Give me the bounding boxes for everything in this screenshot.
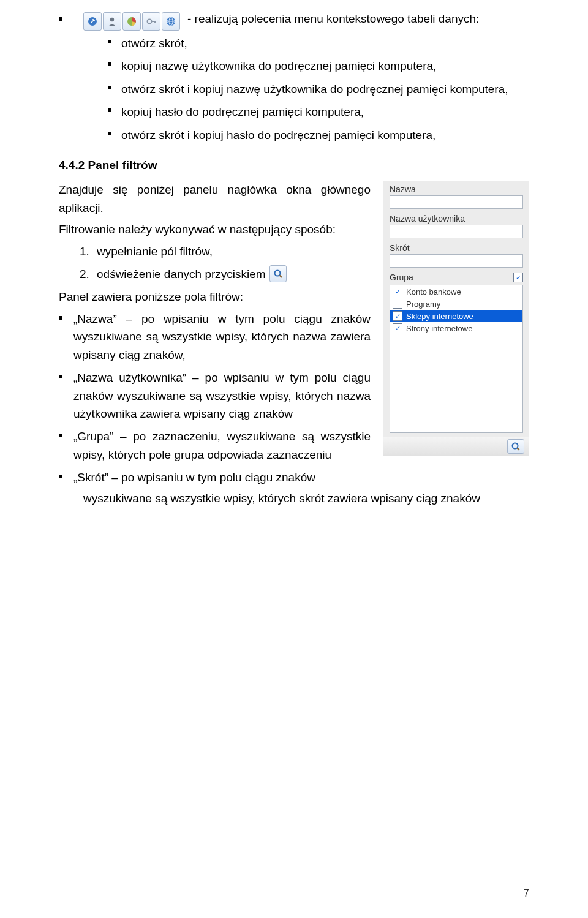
checkbox-grupa-master[interactable]: ✓ (513, 273, 523, 282)
piechart-icon[interactable] (123, 12, 141, 31)
input-nazwa[interactable] (390, 195, 523, 209)
group-label: Sklepy internetowe (406, 312, 473, 321)
svg-point-3 (148, 20, 152, 24)
section-heading: 4.4.2 Panel filtrów (59, 159, 529, 172)
bullet (59, 375, 62, 378)
list-item: kopiuj nazwę użytkownika do podręcznej p… (121, 57, 436, 75)
bullet (59, 17, 62, 21)
bullet (108, 108, 111, 112)
bullet (108, 132, 111, 135)
filter-bullets: „Nazwa” – po wpisaniu w tym polu ciągu z… (59, 310, 371, 487)
checkbox-icon[interactable]: ✓ (393, 311, 402, 321)
key-icon[interactable] (142, 12, 160, 31)
bullet (108, 62, 111, 66)
user-icon[interactable] (103, 12, 121, 31)
bullet (59, 434, 62, 437)
step-text: wypełnianie pól filtrów, (97, 243, 213, 260)
group-label: Strony internetowe (406, 324, 472, 333)
bullet (108, 86, 111, 89)
bullet (59, 316, 62, 320)
step-number: 2. (80, 265, 97, 283)
list-item: otwórz skrót i kopiuj hasło do podręczne… (121, 126, 435, 144)
steps-list: 1.wypełnianie pól filtrów, 2. odświeżeni… (80, 243, 371, 284)
step-number: 1. (80, 243, 97, 260)
svg-point-8 (274, 270, 280, 276)
globe-icon[interactable] (162, 12, 180, 31)
label-skrot: Skrót (390, 243, 523, 253)
group-item[interactable]: Programy (390, 298, 522, 310)
page-number: 7 (524, 887, 529, 900)
bullet (59, 475, 62, 478)
search-button[interactable] (507, 439, 524, 454)
label-nazwa: Nazwa (390, 184, 523, 194)
svg-line-9 (279, 275, 282, 277)
paragraph: Filtrowanie należy wykonywać w następują… (59, 220, 371, 238)
svg-line-11 (518, 448, 520, 451)
list-item: otwórz skrót i kopiuj nazwę użytkownika … (121, 80, 508, 98)
label-nazwa-uzytkownika: Nazwa użytkownika (390, 214, 523, 224)
intro-line: - realizują polecenia menu kontekstowego… (187, 12, 479, 26)
step-text: odświeżenie danych przyciskiem (97, 265, 266, 283)
paragraph: Znajduje się poniżej panelu nagłówka okn… (59, 181, 371, 217)
input-skrot[interactable] (390, 254, 523, 268)
checkbox-icon[interactable]: ✓ (393, 323, 402, 333)
panel-footer (383, 437, 529, 456)
magnifier-icon[interactable] (270, 265, 287, 282)
group-item[interactable]: ✓Sklepy internetowe (390, 310, 522, 322)
bullet (108, 40, 111, 43)
shortcut-icon[interactable] (83, 12, 102, 31)
group-label: Programy (406, 299, 440, 309)
paragraph: wyszukiwane są wszystkie wpisy, których … (83, 489, 529, 507)
label-grupa: Grupa (390, 273, 413, 282)
checkbox-icon[interactable] (393, 299, 402, 309)
list-item: „Nazwa” – po wpisaniu w tym polu ciągu z… (74, 310, 371, 364)
context-menu-list: otwórz skrót, kopiuj nazwę użytkownika d… (108, 34, 529, 144)
group-list[interactable]: ✓Konto bankowe Programy ✓Sklepy internet… (390, 285, 523, 433)
filter-panel: Nazwa Nazwa użytkownika Skrót Grupa ✓ ✓K… (383, 181, 529, 456)
group-item[interactable]: ✓Strony internetowe (390, 322, 522, 334)
svg-point-1 (110, 18, 114, 21)
group-label: Konto bankowe (406, 287, 461, 296)
list-item: otwórz skrót, (121, 34, 187, 52)
list-item: „Nazwa użytkownika” – po wpisaniu w tym … (74, 369, 371, 423)
svg-point-10 (513, 443, 518, 449)
paragraph: Panel zawiera poniższe pola filtrów: (59, 288, 371, 306)
list-item: „Skrót” – po wpisaniu w tym polu ciągu z… (74, 468, 371, 486)
group-item[interactable]: ✓Konto bankowe (390, 285, 522, 298)
list-item: „Grupa” – po zaznaczeniu, wyszukiwane są… (74, 427, 371, 464)
list-item: kopiuj hasło do podręcznej pamięci kompu… (121, 103, 364, 121)
checkbox-icon[interactable]: ✓ (393, 287, 402, 296)
input-nazwa-uzytkownika[interactable] (390, 225, 523, 238)
